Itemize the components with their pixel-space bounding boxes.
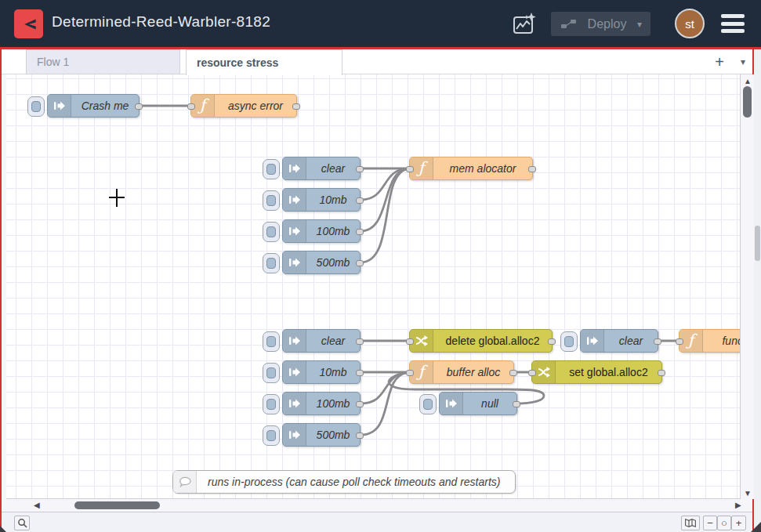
node-inject-clear-3[interactable]: clear (580, 329, 658, 353)
output-port[interactable] (356, 197, 364, 204)
inject-button[interactable] (419, 394, 437, 414)
inject-button-inner (423, 399, 433, 410)
output-port[interactable] (528, 166, 536, 172)
tab-resource-stress[interactable]: resource stress (186, 49, 342, 75)
input-port[interactable] (406, 166, 414, 172)
tab-label: Flow 1 (37, 56, 69, 68)
zoom-out-icon[interactable]: − (703, 516, 717, 530)
node-inject-500mb-2[interactable]: 500mb (282, 423, 361, 447)
node-change-set-global-alloc2[interactable]: set global.alloc2 (531, 360, 662, 384)
crosshair-cursor (109, 197, 125, 198)
input-port[interactable] (528, 370, 536, 376)
flow-list-chevron-down-icon[interactable]: ▾ (734, 51, 752, 73)
window-scrollbar-thumb[interactable] (755, 226, 760, 261)
input-port[interactable] (676, 338, 683, 345)
output-port[interactable] (356, 401, 364, 407)
avatar-initials: st (685, 17, 694, 31)
inject-button[interactable] (263, 159, 280, 179)
scroll-up-icon[interactable]: ▲ (744, 78, 752, 85)
node-inject-10mb-2[interactable]: 10mb (282, 360, 361, 384)
flow-tab-bar: Flow 1 resource stress + ▾ (2, 49, 752, 74)
inject-button[interactable] (27, 96, 45, 117)
zoom-in-icon[interactable]: + (731, 516, 746, 530)
inject-button[interactable] (263, 394, 280, 414)
screenshot-ai-icon[interactable] (510, 10, 538, 38)
scroll-left-icon[interactable]: ◀ (34, 501, 40, 509)
resize-handle[interactable] (751, 522, 761, 532)
deploy-chevron-down-icon[interactable]: ▾ (637, 19, 642, 30)
tab-flow-1[interactable]: Flow 1 (26, 49, 180, 74)
comment-text: runs in-process (can cause poll check ti… (197, 471, 515, 493)
add-flow-button[interactable]: + (709, 51, 730, 73)
user-avatar[interactable]: st (675, 9, 705, 38)
output-port[interactable] (658, 370, 665, 376)
node-inject-100mb[interactable]: 100mb (282, 219, 361, 243)
inject-button-inner (31, 101, 41, 112)
corner-edge (0, 526, 6, 532)
node-label: 10mb (306, 189, 360, 211)
inject-arrow-icon (283, 189, 306, 211)
inject-button[interactable] (263, 222, 280, 242)
output-port[interactable] (654, 338, 661, 345)
inject-button[interactable] (560, 331, 578, 352)
inject-arrow-icon (283, 424, 306, 446)
inject-arrow-icon (48, 95, 71, 117)
node-inject-10mb[interactable]: 10mb (282, 188, 361, 212)
output-port[interactable] (513, 401, 520, 407)
inject-button[interactable] (263, 253, 280, 273)
input-port[interactable] (406, 370, 414, 376)
menu-bar (721, 29, 745, 33)
red-border-left (0, 49, 2, 532)
output-port[interactable] (292, 103, 300, 110)
window-scrollbar[interactable] (754, 49, 761, 532)
zoom-reset-icon[interactable]: ○ (717, 516, 731, 530)
node-function-async-error[interactable]: ƒ async error (190, 94, 297, 118)
node-inject-500mb[interactable]: 500mb (282, 251, 361, 274)
output-port[interactable] (509, 370, 517, 376)
output-port[interactable] (356, 370, 364, 376)
output-port[interactable] (356, 432, 364, 439)
input-port[interactable] (187, 103, 195, 110)
tab-label: resource stress (197, 56, 278, 69)
inject-button[interactable] (263, 425, 280, 446)
deploy-button[interactable]: Deploy ▾ (551, 12, 650, 36)
node-label: set global.alloc2 (556, 361, 661, 383)
instance-title: Determined-Reed-Warbler-8182 (52, 13, 270, 31)
flow-canvas[interactable]: Crash me ƒ async error clear 10mb 100mb (6, 74, 741, 499)
inject-button[interactable] (263, 363, 280, 383)
node-inject-null[interactable]: null (439, 392, 517, 415)
scroll-down-icon[interactable]: ▼ (744, 490, 752, 498)
inject-button-inner (564, 336, 574, 347)
node-comment[interactable]: runs in-process (can cause poll check ti… (172, 470, 516, 494)
header-bar: Determined-Reed-Warbler-8182 Deploy ▾ st (0, 0, 761, 47)
navigator-map-icon[interactable] (681, 516, 700, 530)
node-function-buffer-alloc[interactable]: ƒ buffer alloc (409, 360, 514, 384)
horizontal-scrollbar-thumb[interactable] (74, 501, 160, 509)
node-function-function[interactable]: ƒ function (679, 329, 741, 353)
output-port[interactable] (135, 103, 143, 110)
inject-button[interactable] (263, 331, 280, 352)
vertical-scrollbar[interactable]: ▲ ▼ (741, 74, 754, 499)
input-port[interactable] (406, 338, 414, 345)
node-change-delete-global-alloc2[interactable]: delete global.alloc2 (409, 329, 553, 353)
flowfuse-logo[interactable] (14, 9, 43, 38)
node-inject-crash-me[interactable]: Crash me (47, 94, 140, 118)
vertical-scrollbar-thumb[interactable] (743, 86, 752, 118)
output-port[interactable] (356, 338, 364, 345)
scroll-right-icon[interactable]: ▶ (735, 501, 741, 509)
node-inject-clear[interactable]: clear (282, 157, 361, 180)
search-icon[interactable] (14, 516, 30, 530)
node-inject-100mb-2[interactable]: 100mb (282, 392, 361, 415)
wire[interactable] (361, 168, 409, 200)
main-menu-icon[interactable] (721, 14, 745, 33)
horizontal-scrollbar[interactable]: ◀ ▶ (2, 499, 752, 512)
node-function-mem-alocator[interactable]: ƒ mem alocator (409, 157, 533, 180)
inject-button-inner (266, 226, 276, 237)
output-port[interactable] (356, 166, 364, 172)
output-port[interactable] (356, 260, 364, 266)
inject-button[interactable] (263, 190, 280, 211)
node-inject-clear-2[interactable]: clear (282, 329, 361, 353)
output-port[interactable] (548, 338, 556, 345)
crosshair-cursor (116, 189, 118, 207)
output-port[interactable] (356, 229, 364, 235)
